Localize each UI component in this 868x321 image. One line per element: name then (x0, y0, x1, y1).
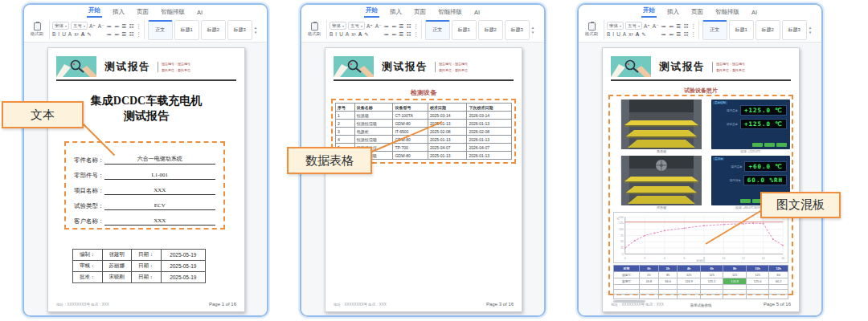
font-name-select[interactable]: 宋体▾ (52, 22, 69, 30)
tab-home[interactable]: 开始 (87, 6, 102, 18)
font-name-select[interactable]: 宋体▾ (607, 22, 624, 30)
toolbar-icon[interactable]: ⋮ (690, 22, 696, 30)
align-buttons[interactable]: ≔≕☰☷⋮ (384, 30, 419, 38)
tab-page[interactable]: 页面 (135, 8, 150, 18)
toolbar-icon[interactable]: ✎ (87, 30, 91, 38)
format-painter-button[interactable]: 格式刷 (308, 31, 321, 37)
tab-insert[interactable]: 插入 (665, 8, 681, 18)
toolbar-icon[interactable]: ☷ (406, 30, 411, 38)
toolbar-icon[interactable]: U (62, 30, 66, 38)
gallery-scroll[interactable]: ▴ ▾ (809, 26, 812, 35)
toolbar-icon[interactable]: ✎ (364, 30, 368, 38)
style-heading2[interactable]: 标题2 (755, 20, 780, 40)
toolbar-icon[interactable]: ☰ (399, 30, 404, 38)
style-heading3[interactable]: 标题3 (227, 20, 252, 40)
toolbar-icon[interactable]: I (612, 30, 614, 38)
tab-page[interactable]: 页面 (690, 8, 705, 18)
field-value[interactable]: L1-001 (104, 172, 216, 180)
style-heading3[interactable]: 标题3 (782, 20, 807, 40)
list-buttons[interactable]: ≔≕☰☷⋮ (107, 22, 141, 30)
style-heading2[interactable]: 标题2 (201, 20, 226, 40)
font-size-select[interactable]: 五号▾ (625, 22, 642, 30)
tab-page[interactable]: 页面 (412, 8, 428, 18)
format-painter-button[interactable]: 格式刷 (31, 31, 44, 37)
toolbar-icon[interactable]: 𝐀 (81, 30, 85, 38)
toolbar-icon[interactable]: ≕ (114, 22, 120, 30)
toolbar-icon[interactable]: ☷ (129, 22, 133, 30)
toolbar-icon[interactable]: I (58, 30, 59, 38)
font-size-select[interactable]: 五号▾ (348, 22, 365, 30)
page-photos[interactable]: 测试报告 报告编号：报告编号 委托单位：委托单位 试验设备照片 高温箱 (602, 47, 800, 312)
format-buttons[interactable]: BIUAx²𝐀✎ (607, 30, 659, 38)
toolbar-icon[interactable]: U (339, 30, 343, 38)
toolbar-icon[interactable]: A⁺ (366, 22, 373, 30)
tab-ai[interactable]: AI (750, 9, 759, 18)
format-painter-button[interactable]: 格式刷 (585, 31, 599, 37)
list-buttons[interactable]: ≔≕☰☷⋮ (384, 22, 419, 30)
field-value[interactable]: XXX (104, 217, 216, 226)
tab-ai[interactable]: AI (195, 9, 204, 18)
font-size-buttons[interactable]: A⁺A⁻ (366, 22, 382, 30)
toolbar-icon[interactable]: ☷ (129, 30, 133, 38)
gallery-scroll[interactable]: ▴ ▾ (255, 26, 257, 35)
toolbar-icon[interactable]: I (335, 30, 337, 38)
toolbar-icon[interactable]: ☷ (683, 22, 688, 30)
font-size-buttons[interactable]: A⁺A⁻ (89, 22, 104, 30)
tab-smart-layout[interactable]: 智能排版 (714, 8, 741, 18)
form-field[interactable]: 试验类型：ECV (74, 195, 215, 210)
toolbar-icon[interactable]: ☰ (122, 22, 127, 30)
field-value[interactable]: ECV (104, 202, 216, 210)
format-buttons[interactable]: BIUAx²𝐀✎ (330, 30, 382, 38)
toolbar-icon[interactable]: ≕ (391, 22, 397, 30)
tab-smart-layout[interactable]: 智能排版 (436, 8, 464, 18)
toolbar-icon[interactable]: ≔ (384, 30, 390, 38)
toolbar-icon[interactable]: U (616, 30, 620, 38)
font-name-select[interactable]: 宋体▾ (330, 22, 346, 30)
tab-ai[interactable]: AI (473, 9, 481, 18)
tab-home[interactable]: 开始 (364, 6, 379, 18)
toolbar-icon[interactable]: ☰ (122, 30, 127, 38)
align-buttons[interactable]: ≔≕☰☷⋮ (107, 30, 141, 38)
toolbar-icon[interactable]: x² (74, 30, 78, 38)
toolbar-icon[interactable]: A (346, 30, 349, 38)
toolbar-icon[interactable]: ⋮ (413, 22, 419, 30)
font-size-select[interactable]: 五号▾ (71, 22, 88, 30)
toolbar-icon[interactable]: ≔ (107, 22, 113, 30)
toolbar-icon[interactable]: ☰ (677, 30, 682, 38)
toolbar-icon[interactable]: ☰ (677, 22, 682, 30)
toolbar-icon[interactable]: ⋮ (136, 30, 141, 38)
paste-button[interactable]: 格式刷 (27, 22, 47, 37)
toolbar-icon[interactable]: ≕ (669, 30, 674, 38)
tab-insert[interactable]: 插入 (111, 8, 126, 18)
toolbar-icon[interactable]: ≕ (114, 30, 120, 38)
toolbar-icon[interactable]: A⁻ (653, 22, 659, 30)
toolbar-icon[interactable]: A⁺ (89, 22, 96, 30)
toolbar-icon[interactable]: 𝐀 (636, 30, 640, 38)
toolbar-icon[interactable]: ☰ (399, 22, 404, 30)
toolbar-icon[interactable]: x² (628, 30, 633, 38)
style-heading1[interactable]: 标题1 (452, 20, 477, 40)
page-equipment[interactable]: 测试报告 报告编号：报告编号 委托单位：委托单位 检测设备 序号设备名称设备型号… (325, 47, 522, 312)
toolbar-icon[interactable]: ⋮ (690, 30, 696, 38)
page-cover[interactable]: 测试报告 报告编号：报告编号 委托单位：委托单位 集成DCDC车载充电机 测试报… (47, 47, 245, 312)
toolbar-icon[interactable]: ≕ (391, 30, 397, 38)
toolbar-icon[interactable]: ≔ (384, 22, 390, 30)
tab-insert[interactable]: 插入 (388, 8, 403, 18)
toolbar-icon[interactable]: A (68, 30, 72, 38)
form-field[interactable]: 项目名称：XXX (74, 180, 215, 195)
toolbar-icon[interactable]: ≔ (661, 30, 667, 38)
field-value[interactable]: 六合一电驱动系统 (104, 155, 216, 165)
list-buttons[interactable]: ≔≕☰☷⋮ (661, 22, 696, 30)
style-heading1[interactable]: 标题1 (729, 20, 754, 40)
tab-smart-layout[interactable]: 智能排版 (159, 8, 186, 18)
toolbar-icon[interactable]: ≔ (107, 30, 113, 38)
toolbar-icon[interactable]: B (330, 30, 333, 38)
style-heading3[interactable]: 标题3 (505, 20, 530, 40)
toolbar-icon[interactable]: B (52, 30, 55, 38)
toolbar-icon[interactable]: ≕ (669, 22, 674, 30)
toolbar-icon[interactable]: ⋮ (136, 22, 141, 30)
style-heading1[interactable]: 标题1 (174, 20, 199, 40)
toolbar-icon[interactable]: ✎ (641, 30, 645, 38)
toolbar-icon[interactable]: B (607, 30, 610, 38)
font-size-buttons[interactable]: A⁺A⁻ (644, 22, 659, 30)
